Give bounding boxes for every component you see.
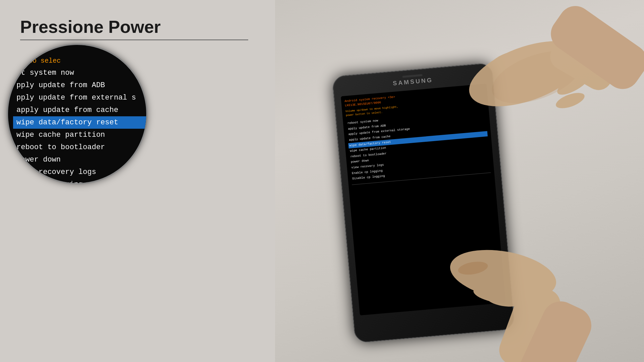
magnifier-content: on to selec ot system now pply update fr… <box>13 55 148 184</box>
title-underline <box>20 40 248 40</box>
magnifier-item-5-selected: wipe data/factory reset <box>13 116 148 129</box>
phone-menu: reboot system now apply update from ADB … <box>346 109 490 182</box>
magnifier-item-2: pply update from ADB <box>13 79 148 92</box>
magnifier-partial-top: on to selec <box>13 55 148 67</box>
phone-body-wrapper: SAMSUNG Android system recovery <3e> LKE… <box>332 62 516 344</box>
magnifier-item-8: power down <box>13 154 148 166</box>
magnifier-item-4: apply update from cache <box>13 104 148 116</box>
phone-screen: Android system recovery <3e> LKE13E.N015… <box>341 84 506 316</box>
phone-brand: SAMSUNG <box>392 76 433 87</box>
magnifier-circle: on to selec ot system now pply update fr… <box>7 44 148 184</box>
magnifier-item-6: wipe cache partition <box>13 129 148 141</box>
title-area: Pressione Power <box>20 17 248 40</box>
magnifier-item-7: reboot to bootloader <box>13 141 148 154</box>
phone-speaker <box>402 74 422 78</box>
magnifier-item-1: ot system now <box>13 67 148 79</box>
magnifier-item-10: able cp logging <box>13 178 148 184</box>
phone-body: SAMSUNG Android system recovery <3e> LKE… <box>332 62 516 344</box>
magnifier-item-9: view recovery logs <box>13 166 148 178</box>
magnifier-item-3: pply update from external s <box>13 92 148 104</box>
page-title: Pressione Power <box>20 17 248 37</box>
